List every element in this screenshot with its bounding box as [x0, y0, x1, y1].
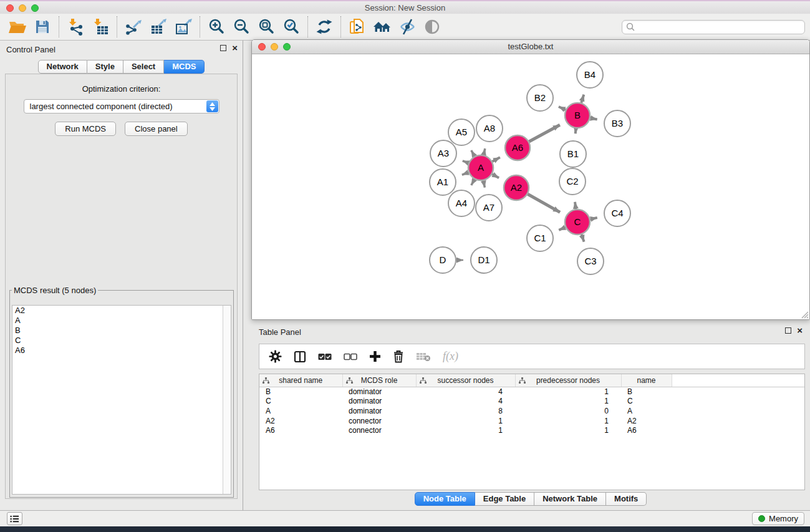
cell-successor-nodes[interactable]: 4 — [416, 387, 515, 397]
cell-name[interactable]: B — [621, 387, 672, 397]
cell-successor-nodes[interactable]: 1 — [416, 425, 515, 435]
memory-button[interactable]: Memory — [752, 512, 804, 525]
graph-edge-A2-C[interactable] — [528, 194, 560, 212]
refresh-view-button[interactable] — [312, 16, 337, 38]
export-image-button[interactable] — [171, 16, 196, 38]
search-field[interactable] — [622, 20, 805, 34]
cell-predecessor-nodes[interactable]: 1 — [515, 387, 621, 397]
search-input[interactable] — [635, 22, 801, 32]
cell-mcds-role[interactable]: dominator — [342, 387, 416, 397]
cell-mcds-role[interactable]: dominator — [342, 406, 416, 416]
float-table-panel-icon[interactable] — [785, 327, 791, 334]
table-row[interactable]: Cdominator41C — [259, 397, 805, 407]
graph-node-A[interactable]: A — [468, 155, 493, 180]
cell-successor-nodes[interactable]: 8 — [416, 406, 515, 416]
tab-edge-table[interactable]: Edge Table — [475, 492, 534, 506]
graph-node-C[interactable]: C — [565, 210, 590, 235]
float-panel-icon[interactable] — [220, 45, 226, 51]
graph-edge-B-B4[interactable] — [581, 95, 584, 103]
graph-edge-A-A7[interactable] — [483, 181, 485, 188]
mcds-result-item[interactable]: A6 — [12, 346, 231, 355]
graph-edge-A6-B[interactable] — [529, 125, 559, 142]
graph-node-A6[interactable]: A6 — [505, 135, 530, 160]
tab-style[interactable]: Style — [87, 60, 123, 74]
result-list-scrollbar[interactable] — [223, 306, 231, 494]
column-header-successor-nodes[interactable]: successor nodes — [416, 374, 515, 387]
table-row[interactable]: A6connector11A6 — [259, 425, 805, 435]
graph-node-B[interactable]: B — [565, 103, 590, 128]
cell-name[interactable]: A2 — [621, 416, 672, 426]
zoom-window-button[interactable] — [31, 4, 39, 12]
graph-node-C4[interactable]: C4 — [604, 200, 630, 226]
graph-node-B3[interactable]: B3 — [604, 110, 630, 137]
zoom-selected-button[interactable] — [279, 16, 304, 38]
tab-network[interactable]: Network — [38, 60, 87, 74]
import-table-button[interactable] — [88, 16, 113, 38]
graph-edge-C-C2[interactable] — [575, 202, 576, 209]
graph-edge-A-A3[interactable] — [463, 161, 469, 163]
graph-edge-B-B1[interactable] — [576, 128, 576, 133]
delete-table-button[interactable] — [416, 349, 431, 365]
tab-network-table[interactable]: Network Table — [534, 492, 606, 506]
minimize-window-button[interactable] — [19, 4, 26, 12]
cell-shared-name[interactable]: C — [259, 397, 342, 407]
network-canvas[interactable]: B4B2BB3A8A5A6A3B1AC2A1A2A4A7C4CC1C3DD1 — [252, 54, 809, 319]
mcds-result-item[interactable]: B — [12, 326, 231, 336]
mcds-result-item[interactable]: A2 — [12, 306, 231, 316]
cell-name[interactable]: A — [621, 406, 672, 416]
graph-edge-B-B3[interactable] — [591, 118, 597, 119]
cell-shared-name[interactable]: B — [259, 387, 342, 397]
graph-node-C2[interactable]: C2 — [559, 168, 586, 195]
tab-select[interactable]: Select — [123, 60, 164, 74]
import-network-button[interactable] — [63, 16, 88, 38]
cell-name[interactable]: A6 — [621, 425, 672, 435]
open-session-button[interactable] — [5, 16, 30, 38]
delete-column-button[interactable] — [393, 349, 404, 365]
graph-node-A3[interactable]: A3 — [430, 140, 456, 167]
network-minimize-button[interactable] — [271, 43, 278, 51]
graph-node-B4[interactable]: B4 — [577, 62, 603, 88]
columns-visibility-button[interactable] — [294, 349, 306, 365]
run-mcds-button[interactable]: Run MCDS — [55, 122, 116, 136]
graph-node-A8[interactable]: A8 — [476, 115, 503, 142]
column-header-shared-name[interactable]: shared name — [259, 374, 342, 387]
graph-edge-A-A4[interactable] — [471, 179, 475, 185]
graph-node-C1[interactable]: C1 — [527, 225, 553, 251]
close-panel-icon[interactable]: × — [232, 45, 238, 51]
network-zoom-button[interactable] — [283, 43, 291, 51]
cell-successor-nodes[interactable]: 1 — [416, 416, 515, 426]
table-row[interactable]: A2connector11A2 — [259, 416, 805, 426]
task-history-button[interactable] — [7, 512, 22, 525]
cell-shared-name[interactable]: A6 — [259, 425, 342, 435]
add-column-button[interactable] — [369, 349, 381, 365]
graph-node-A7[interactable]: A7 — [476, 195, 502, 221]
graph-node-A4[interactable]: A4 — [448, 190, 475, 216]
graph-edge-A-A2[interactable] — [492, 174, 499, 178]
zoom-out-button[interactable] — [229, 16, 254, 38]
first-neighbors-button[interactable] — [370, 16, 395, 38]
graph-edge-C-C1[interactable] — [559, 227, 565, 230]
table-row[interactable]: Adominator80A — [259, 406, 805, 416]
network-close-button[interactable] — [258, 43, 266, 51]
graph-node-A2[interactable]: A2 — [504, 175, 529, 200]
tab-motifs[interactable]: Motifs — [606, 492, 647, 506]
close-window-button[interactable] — [6, 4, 14, 12]
graph-node-C3[interactable]: C3 — [577, 248, 604, 274]
cell-shared-name[interactable]: A — [259, 406, 342, 416]
function-builder-button[interactable]: f(x) — [443, 349, 458, 365]
cell-predecessor-nodes[interactable]: 1 — [515, 425, 621, 435]
resize-grip[interactable] — [800, 310, 809, 319]
cell-predecessor-nodes[interactable]: 1 — [515, 397, 621, 407]
column-header-predecessor-nodes[interactable]: predecessor nodes — [515, 374, 621, 387]
mcds-result-item[interactable]: A — [12, 316, 231, 326]
cell-mcds-role[interactable]: connector — [342, 416, 416, 426]
deselect-all-button[interactable] — [344, 349, 357, 365]
zoom-in-button[interactable] — [204, 16, 229, 38]
graph-edge-A-A1[interactable] — [462, 172, 468, 175]
cell-mcds-role[interactable]: dominator — [342, 397, 416, 407]
cell-shared-name[interactable]: A2 — [259, 416, 342, 426]
graph-edge-A-A6[interactable] — [492, 157, 499, 162]
graph-node-B1[interactable]: B1 — [560, 141, 586, 167]
cell-name[interactable]: C — [621, 397, 672, 407]
show-graphics-details-button[interactable] — [420, 16, 445, 38]
